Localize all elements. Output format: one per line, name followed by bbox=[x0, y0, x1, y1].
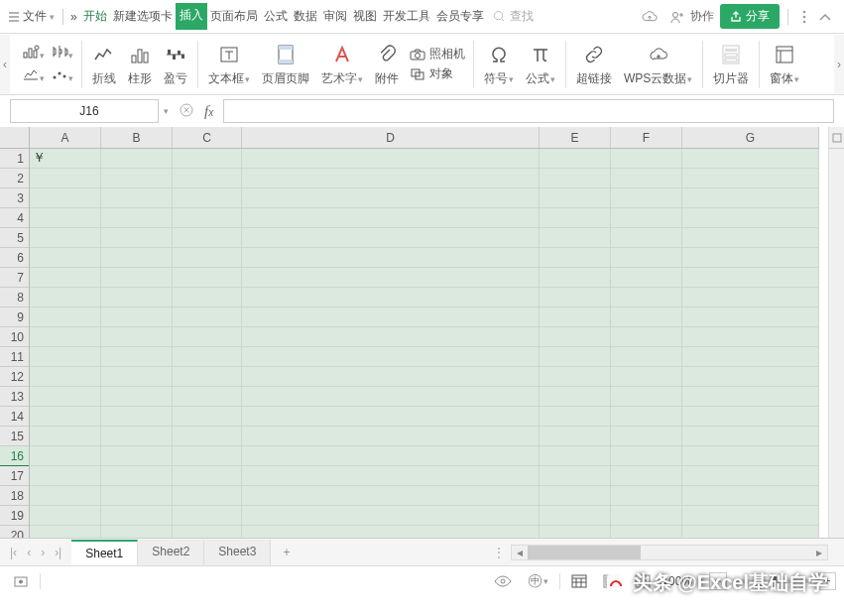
cell-F18[interactable] bbox=[611, 486, 682, 506]
col-header-B[interactable]: B bbox=[101, 127, 173, 148]
ribbon-scroll-right[interactable]: › bbox=[834, 35, 844, 94]
ribbon-scroll-left[interactable]: ‹ bbox=[0, 35, 10, 94]
zoom-out[interactable]: − bbox=[709, 572, 727, 590]
col-header-D[interactable]: D bbox=[242, 127, 540, 148]
tab-数据[interactable]: 数据 bbox=[291, 3, 320, 30]
cell-A19[interactable] bbox=[30, 506, 101, 526]
row-header-6[interactable]: 6 bbox=[0, 248, 29, 268]
tab-last[interactable]: ›| bbox=[51, 544, 65, 561]
cell-A17[interactable] bbox=[30, 466, 101, 486]
select-all-corner[interactable] bbox=[0, 127, 30, 149]
cell-D1[interactable] bbox=[242, 149, 540, 169]
textbox-button[interactable]: 文本框▾ bbox=[202, 41, 256, 87]
cell-C17[interactable] bbox=[173, 466, 242, 486]
tab-first[interactable]: |‹ bbox=[6, 544, 21, 561]
candlestick-icon[interactable]: ▾ bbox=[51, 45, 73, 62]
cell-A20[interactable] bbox=[30, 526, 101, 538]
cell-E5[interactable] bbox=[540, 228, 611, 248]
name-box[interactable]: ▾ bbox=[10, 99, 159, 123]
col-header-A[interactable]: A bbox=[30, 127, 101, 148]
cell-D2[interactable] bbox=[242, 169, 540, 188]
cell-G9[interactable] bbox=[682, 308, 819, 327]
bar-button[interactable]: 柱形 bbox=[122, 41, 158, 87]
cell-B3[interactable] bbox=[101, 188, 173, 208]
cell-C6[interactable] bbox=[173, 248, 242, 268]
cell-D14[interactable] bbox=[242, 407, 540, 427]
zoom-thumb[interactable] bbox=[771, 575, 777, 587]
cell-E19[interactable] bbox=[540, 506, 611, 526]
cell-A11[interactable] bbox=[30, 347, 101, 367]
cell-G12[interactable] bbox=[682, 367, 819, 387]
cell-E4[interactable] bbox=[540, 208, 611, 228]
cell-A3[interactable] bbox=[30, 188, 101, 208]
tab-视图[interactable]: 视图 bbox=[350, 3, 380, 30]
cell-E15[interactable] bbox=[540, 427, 611, 446]
tab-prev[interactable]: ‹ bbox=[23, 544, 35, 561]
cell-A9[interactable] bbox=[30, 308, 101, 327]
cell-F20[interactable] bbox=[611, 526, 682, 538]
cell-B19[interactable] bbox=[101, 506, 173, 526]
cell-G19[interactable] bbox=[682, 506, 819, 526]
horizontal-scrollbar[interactable]: ◂ ▸ bbox=[511, 545, 828, 560]
scroll-thumb[interactable] bbox=[528, 546, 641, 559]
row-header-4[interactable]: 4 bbox=[0, 208, 29, 228]
cell-F15[interactable] bbox=[611, 427, 682, 446]
cell-C4[interactable] bbox=[173, 208, 242, 228]
cell-F3[interactable] bbox=[611, 188, 682, 208]
record-macro-icon[interactable] bbox=[8, 571, 34, 591]
cell-B8[interactable] bbox=[101, 288, 173, 308]
cell-G14[interactable] bbox=[682, 407, 819, 427]
row-header-2[interactable]: 2 bbox=[0, 169, 29, 188]
cell-F9[interactable] bbox=[611, 308, 682, 327]
zoom-level[interactable]: 100% bbox=[662, 574, 692, 588]
cell-A18[interactable] bbox=[30, 486, 101, 506]
headerfooter-button[interactable]: 页眉页脚 bbox=[256, 41, 315, 87]
omega-button[interactable]: 符号▾ bbox=[478, 41, 520, 87]
share-button[interactable]: 分享 bbox=[720, 4, 780, 29]
cloud-sync-button[interactable] bbox=[635, 7, 664, 27]
cell-C10[interactable] bbox=[173, 327, 242, 347]
cell-G18[interactable] bbox=[682, 486, 819, 506]
more-tabs[interactable]: » bbox=[67, 5, 80, 29]
cell-E1[interactable] bbox=[540, 149, 611, 169]
cell-E14[interactable] bbox=[540, 407, 611, 427]
cell-F4[interactable] bbox=[611, 208, 682, 228]
cell-E17[interactable] bbox=[540, 466, 611, 486]
cell-E18[interactable] bbox=[540, 486, 611, 506]
cell-G3[interactable] bbox=[682, 188, 819, 208]
cell-G15[interactable] bbox=[682, 427, 819, 446]
cell-G16[interactable] bbox=[682, 446, 819, 466]
cell-E7[interactable] bbox=[540, 268, 611, 288]
cell-D20[interactable] bbox=[242, 526, 540, 538]
cell-C14[interactable] bbox=[173, 407, 242, 427]
row-header-1[interactable]: 1 bbox=[0, 149, 29, 169]
cell-D18[interactable] bbox=[242, 486, 540, 506]
cell-A10[interactable] bbox=[30, 327, 101, 347]
coop-button[interactable]: 协作 bbox=[664, 5, 720, 28]
row-header-15[interactable]: 15 bbox=[0, 427, 29, 446]
sheet-tab-Sheet1[interactable]: Sheet1 bbox=[71, 540, 138, 565]
cell-B15[interactable] bbox=[101, 427, 173, 446]
row-header-17[interactable]: 17 bbox=[0, 466, 29, 486]
cell-A6[interactable] bbox=[30, 248, 101, 268]
cell-C8[interactable] bbox=[173, 288, 242, 308]
row-header-16[interactable]: 16 bbox=[0, 446, 29, 466]
cell-A8[interactable] bbox=[30, 288, 101, 308]
pivot-chart-icon[interactable]: ▾ bbox=[22, 45, 45, 62]
cell-B9[interactable] bbox=[101, 308, 173, 327]
cell-B4[interactable] bbox=[101, 208, 173, 228]
cell-C1[interactable] bbox=[173, 149, 242, 169]
cell-G8[interactable] bbox=[682, 288, 819, 308]
cell-F5[interactable] bbox=[611, 228, 682, 248]
cell-F19[interactable] bbox=[611, 506, 682, 526]
cell-C15[interactable] bbox=[173, 427, 242, 446]
cell-F17[interactable] bbox=[611, 466, 682, 486]
cell-G4[interactable] bbox=[682, 208, 819, 228]
object-button[interactable]: 对象 bbox=[409, 65, 465, 82]
line-button[interactable]: 折线 bbox=[86, 41, 122, 87]
cell-D8[interactable] bbox=[242, 288, 540, 308]
cell-D4[interactable] bbox=[242, 208, 540, 228]
cell-D12[interactable] bbox=[242, 367, 540, 387]
cell-E3[interactable] bbox=[540, 188, 611, 208]
tab-开始[interactable]: 开始 bbox=[80, 3, 110, 30]
